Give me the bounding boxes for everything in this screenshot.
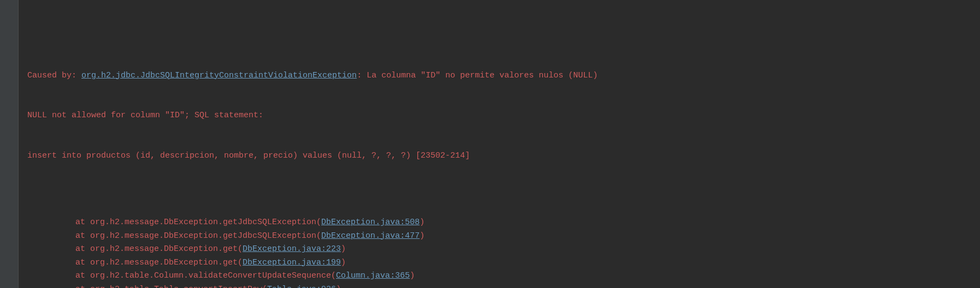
paren-close: ) [420, 231, 424, 241]
stack-at: at [75, 271, 90, 280]
stack-method: org.h2.message.DbException.getJdbcSQLExc… [90, 231, 316, 241]
stack-frame: at org.h2.table.Column.validateConvertUp… [27, 269, 980, 283]
paren-close: ) [420, 218, 424, 227]
stack-at: at [75, 258, 90, 267]
paren-open: ( [238, 258, 243, 267]
stack-method: org.h2.message.DbException.getJdbcSQLExc… [90, 218, 316, 227]
stack-at: at [75, 231, 90, 241]
stack-source-link[interactable]: DbException.java:199 [243, 258, 341, 267]
stack-method: org.h2.table.Column.validateConvertUpdat… [90, 271, 331, 280]
caused-by-prefix: Caused by: [27, 71, 81, 80]
exception-message-3: insert into productos (id, descripcion, … [27, 149, 980, 163]
stack-frame: at org.h2.message.DbException.getJdbcSQL… [27, 230, 980, 243]
console-output: Caused by: org.h2.jdbc.JdbcSQLIntegrityC… [0, 0, 980, 288]
paren-open: ( [262, 285, 267, 289]
exception-message-2: NULL not allowed for column "ID"; SQL st… [27, 109, 980, 123]
stack-frame: at org.h2.message.DbException.get(DbExce… [27, 256, 980, 270]
exception-class-link[interactable]: org.h2.jdbc.JdbcSQLIntegrityConstraintVi… [81, 71, 357, 80]
exception-message-1: : La columna "ID" no permite valores nul… [357, 71, 598, 80]
paren-open: ( [331, 271, 336, 280]
stack-at: at [75, 285, 90, 289]
paren-close: ) [341, 258, 346, 267]
paren-open: ( [316, 218, 321, 227]
caused-by-line: Caused by: org.h2.jdbc.JdbcSQLIntegrityC… [27, 69, 980, 83]
stack-source-link[interactable]: Column.java:365 [336, 271, 410, 280]
paren-open: ( [238, 244, 243, 254]
stack-source-link[interactable]: DbException.java:477 [321, 231, 420, 241]
paren-close: ) [336, 285, 341, 289]
stack-method: org.h2.table.Table.convertInsertRow [90, 285, 262, 289]
paren-close: ) [341, 244, 346, 254]
stack-source-link[interactable]: DbException.java:223 [243, 244, 341, 254]
stack-source-link[interactable]: DbException.java:508 [321, 218, 420, 227]
paren-close: ) [410, 271, 415, 280]
stack-at: at [75, 244, 90, 254]
stack-trace: at org.h2.message.DbException.getJdbcSQL… [27, 216, 980, 288]
stack-method: org.h2.message.DbException.get [90, 258, 238, 267]
stack-frame: at org.h2.message.DbException.getJdbcSQL… [27, 216, 980, 230]
stack-frame: at org.h2.table.Table.convertInsertRow(T… [27, 283, 980, 289]
paren-open: ( [316, 231, 321, 241]
stack-at: at [75, 218, 90, 227]
stack-frame: at org.h2.message.DbException.get(DbExce… [27, 243, 980, 256]
stack-method: org.h2.message.DbException.get [90, 244, 238, 254]
console-gutter [0, 0, 19, 288]
stack-source-link[interactable]: Table.java:926 [267, 285, 336, 289]
